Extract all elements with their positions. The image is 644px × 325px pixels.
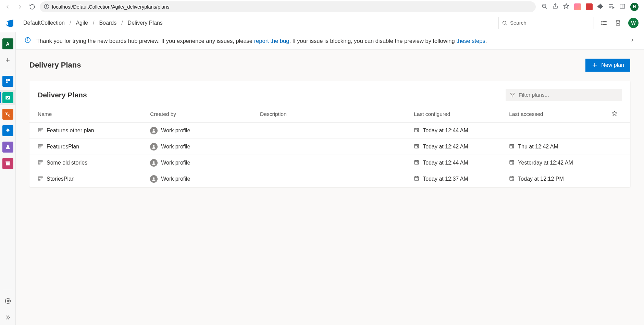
main-content: Thank you for trying the new boards hub …	[16, 32, 644, 325]
col-last-configured[interactable]: Last configured	[410, 107, 506, 123]
svg-point-89	[512, 179, 514, 180]
plan-icon	[38, 127, 43, 134]
rail-expand-button[interactable]	[2, 312, 13, 323]
svg-marker-12	[613, 7, 614, 9]
svg-rect-77	[38, 178, 41, 179]
playlist-icon[interactable]	[608, 3, 615, 11]
extension-icon-2[interactable]	[586, 3, 593, 10]
filter-box[interactable]	[506, 89, 622, 101]
col-last-accessed[interactable]: Last accessed	[506, 107, 608, 123]
star-outline-icon	[612, 111, 617, 116]
svg-point-20	[602, 21, 602, 22]
calendar-icon	[414, 176, 419, 182]
forward-button[interactable]	[15, 2, 25, 12]
svg-point-28	[9, 115, 10, 116]
search-box[interactable]	[498, 17, 594, 29]
rail-artifacts-icon[interactable]	[2, 158, 13, 169]
extension-icon-1[interactable]	[574, 3, 581, 10]
browser-actions: И	[538, 3, 641, 11]
calendar-icon	[509, 176, 515, 182]
filter-input[interactable]	[519, 92, 618, 98]
banner-prefix: Thank you for trying the new boards hub …	[36, 38, 254, 44]
rail-separator	[3, 70, 12, 70]
col-name[interactable]: Name	[29, 107, 147, 123]
page-title: Delivery Plans	[29, 61, 81, 70]
svg-rect-49	[38, 146, 41, 147]
left-nav-rail: A +	[0, 32, 16, 325]
svg-rect-62	[38, 160, 42, 161]
rail-boards-icon[interactable]	[2, 92, 13, 103]
card-header: Delivery Plans	[29, 89, 630, 107]
svg-rect-41	[38, 131, 40, 132]
person-icon	[150, 159, 158, 167]
url-bar[interactable]: localhost/DefaultCollection/Agile/_deliv…	[40, 1, 536, 12]
azure-devops-logo-icon[interactable]	[5, 19, 14, 27]
svg-point-51	[153, 145, 155, 147]
search-input[interactable]	[510, 20, 590, 26]
svg-marker-38	[612, 111, 617, 116]
list-icon[interactable]	[601, 20, 608, 26]
back-button[interactable]	[3, 2, 12, 12]
table-row[interactable]: Some old storiesWork profileToday at 12:…	[29, 155, 630, 171]
shopping-bag-icon[interactable]	[615, 20, 621, 26]
svg-rect-23	[6, 79, 8, 81]
plan-last-configured: Today at 12:37 AM	[423, 176, 468, 182]
new-plan-button[interactable]: New plan	[585, 59, 630, 72]
svg-rect-29	[6, 162, 10, 166]
zoom-icon[interactable]	[541, 3, 547, 11]
svg-point-65	[153, 161, 155, 163]
svg-point-27	[6, 112, 7, 113]
col-created-by[interactable]: Created by	[147, 107, 257, 123]
rail-pipelines-icon[interactable]	[2, 125, 13, 136]
plan-creator: Work profile	[161, 144, 190, 150]
banner-next-button[interactable]	[630, 37, 635, 44]
svg-point-15	[503, 21, 506, 24]
plan-last-configured: Today at 12:42 AM	[423, 144, 468, 150]
reload-button[interactable]	[27, 2, 37, 12]
preview-info-banner: Thank you for trying the new boards hub …	[16, 32, 644, 50]
breadcrumb-separator: /	[93, 20, 94, 26]
svg-point-34	[27, 39, 28, 39]
page-title-row: Delivery Plans New plan	[16, 50, 644, 77]
banner-link-steps[interactable]: these steps	[456, 38, 485, 44]
col-description[interactable]: Description	[257, 107, 410, 123]
breadcrumb-item-1[interactable]: Agile	[76, 20, 88, 26]
calendar-icon	[509, 143, 515, 150]
svg-rect-50	[38, 147, 40, 148]
col-favorite[interactable]	[608, 107, 630, 123]
table-row[interactable]: FeaturesPlanWork profileToday at 12:42 A…	[29, 139, 630, 155]
extensions-puzzle-icon[interactable]	[597, 3, 604, 11]
rail-overview-icon[interactable]	[2, 76, 13, 87]
breadcrumb-item-2[interactable]: Boards	[99, 20, 116, 26]
plan-last-configured: Today at 12:44 AM	[423, 128, 468, 134]
svg-point-61	[512, 146, 514, 148]
rail-repos-icon[interactable]	[2, 109, 13, 120]
breadcrumb-item-0[interactable]: DefaultCollection	[23, 20, 65, 26]
svg-rect-64	[38, 163, 40, 164]
svg-point-79	[153, 177, 155, 179]
rail-testplans-icon[interactable]	[2, 142, 13, 153]
banner-link-report[interactable]: report the bug	[254, 38, 289, 44]
rail-project-avatar[interactable]: A	[2, 38, 13, 49]
svg-point-2	[46, 5, 47, 5]
browser-profile-avatar[interactable]: И	[630, 3, 639, 11]
new-plan-label: New plan	[601, 62, 624, 68]
share-icon[interactable]	[552, 3, 558, 11]
svg-point-75	[512, 162, 514, 164]
rail-settings-button[interactable]	[2, 296, 13, 306]
table-row[interactable]: Features other planWork profileToday at …	[29, 123, 630, 139]
plan-last-accessed: Today at 12:12 PM	[518, 176, 564, 182]
bookmark-star-icon[interactable]	[563, 3, 569, 11]
svg-rect-76	[38, 177, 42, 178]
browser-profile-initial: И	[633, 4, 636, 9]
site-info-icon[interactable]	[44, 4, 49, 10]
breadcrumb-item-3[interactable]: Delivery Plans	[128, 20, 163, 26]
svg-marker-8	[564, 4, 569, 9]
table-row[interactable]: StoriesPlanWork profileToday at 12:37 AM…	[29, 171, 630, 187]
user-avatar[interactable]: W	[628, 18, 639, 28]
chevron-right-icon	[630, 37, 635, 43]
rail-add-button[interactable]: +	[2, 55, 13, 66]
breadcrumb-separator: /	[121, 20, 123, 26]
plan-creator: Work profile	[161, 128, 190, 134]
panel-icon[interactable]	[619, 3, 626, 11]
